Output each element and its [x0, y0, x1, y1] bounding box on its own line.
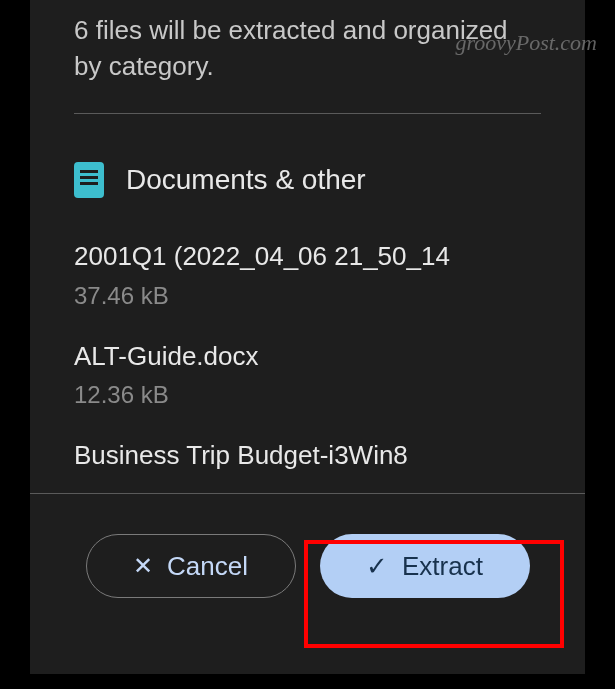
file-size: 37.46 kB [74, 282, 541, 310]
close-icon: ✕ [133, 552, 153, 580]
dialog-description: 6 files will be extracted and organized … [30, 0, 585, 113]
extract-button[interactable]: ✓ Extract [320, 534, 530, 598]
file-size: 12.36 kB [74, 381, 541, 409]
check-icon: ✓ [366, 551, 388, 582]
file-name: 2001Q1 (2022_04_06 21_50_14 [74, 240, 541, 274]
watermark: groovyPost.com [455, 30, 597, 56]
file-item[interactable]: ALT-Guide.docx 12.36 kB [30, 330, 585, 430]
file-name: ALT-Guide.docx [74, 340, 541, 374]
file-name: Business Trip Budget-i3Win8 [74, 439, 541, 473]
cancel-button[interactable]: ✕ Cancel [86, 534, 296, 598]
file-item[interactable]: 2001Q1 (2022_04_06 21_50_14 37.46 kB [30, 230, 585, 330]
file-item[interactable]: Business Trip Budget-i3Win8 [30, 429, 585, 493]
extract-dialog: 6 files will be extracted and organized … [30, 0, 585, 674]
cancel-label: Cancel [167, 551, 248, 582]
document-icon [74, 162, 104, 198]
section-header: Documents & other [30, 114, 585, 230]
button-row: ✕ Cancel ✓ Extract [30, 494, 585, 628]
extract-label: Extract [402, 551, 483, 582]
section-title: Documents & other [126, 164, 366, 196]
